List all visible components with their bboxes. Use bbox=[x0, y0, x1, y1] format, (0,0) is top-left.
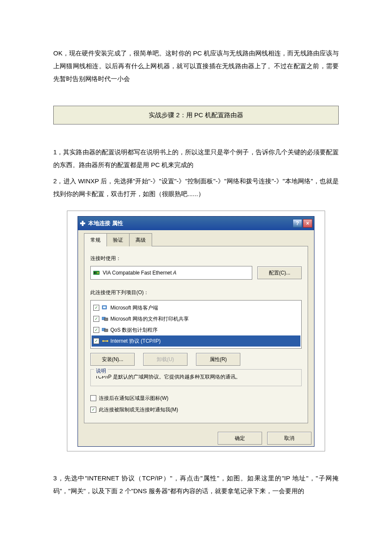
checkbox-icon[interactable]: ✓ bbox=[93, 316, 99, 322]
configure-button[interactable]: 配置(C)... bbox=[257, 266, 302, 279]
client-icon bbox=[102, 305, 109, 311]
tab-strip: 常规 验证 高级 bbox=[84, 233, 308, 246]
step-box: 实战步骤 2：用 PC 机配置路由器 bbox=[53, 106, 339, 124]
list-item[interactable]: ✓ QoS 数据包计划程序 bbox=[92, 324, 300, 335]
svg-rect-1 bbox=[80, 223, 85, 224]
properties-dialog: 本地连接 属性 ? × 常规 验证 高级 连接时使用： bbox=[78, 216, 314, 447]
checkbox-icon[interactable]: ✓ bbox=[93, 305, 99, 311]
paragraph-2: 2，进入 WINXP 后，先选择"开始"-》"设置"-》"控制面板"-》"网络和… bbox=[53, 175, 339, 200]
tab-auth[interactable]: 验证 bbox=[107, 233, 130, 246]
tab-general[interactable]: 常规 bbox=[84, 233, 107, 246]
uninstall-button: 卸载(U) bbox=[143, 353, 187, 366]
svg-rect-3 bbox=[94, 272, 95, 274]
item-label: QoS 数据包计划程序 bbox=[110, 325, 158, 335]
svg-rect-8 bbox=[104, 318, 108, 321]
dialog-screenshot-frame: 本地连接 属性 ? × 常规 验证 高级 连接时使用： bbox=[67, 211, 325, 451]
item-label: Microsoft 网络的文件和打印机共享 bbox=[110, 314, 189, 324]
checkbox-icon[interactable]: ✓ bbox=[90, 407, 96, 413]
items-listbox[interactable]: ✓ Microsoft 网络客户端 ✓ bbox=[90, 300, 302, 349]
qos-icon bbox=[102, 327, 109, 333]
description-text: TCP/IP 是默认的广域网协议。它提供跨越多种互联网络的通讯。 bbox=[95, 373, 297, 381]
paragraph-1: 1，其实路由器的配置说明都写在说明书上的，所以这里只是举个例子，告诉你几个关键的… bbox=[53, 146, 339, 171]
svg-rect-6 bbox=[103, 306, 106, 308]
notify-label: 此连接被限制或无连接时通知我(M) bbox=[99, 405, 178, 415]
connection-icon bbox=[80, 220, 86, 226]
close-button[interactable]: × bbox=[303, 219, 312, 228]
item-label: Microsoft 网络客户端 bbox=[110, 303, 158, 313]
general-panel: 连接时使用： VIA Compatable Fast Ethernet bbox=[84, 246, 308, 423]
tab-advanced[interactable]: 高级 bbox=[130, 233, 152, 246]
svg-rect-4 bbox=[98, 272, 98, 274]
adapter-name: VIA Compatable Fast Ethernet bbox=[103, 268, 172, 278]
dialog-title: 本地连接 属性 bbox=[88, 218, 123, 229]
description-legend: 说明 bbox=[94, 366, 108, 376]
item-label: Internet 协议 (TCP/IP) bbox=[110, 336, 161, 346]
show-icon-label: 连接后在通知区域显示图标(W) bbox=[99, 393, 168, 403]
install-button[interactable]: 安装(N)... bbox=[90, 353, 135, 366]
svg-point-12 bbox=[102, 340, 104, 342]
dialog-footer: 确定 取消 bbox=[78, 428, 314, 446]
protocol-icon bbox=[102, 338, 109, 344]
connect-using-label: 连接时使用： bbox=[90, 253, 302, 263]
items-label: 此连接使用下列项目(O)： bbox=[90, 287, 302, 298]
show-icon-row[interactable]: 连接后在通知区域显示图标(W) bbox=[90, 393, 302, 403]
description-group: 说明 TCP/IP 是默认的广域网协议。它提供跨越多种互联网络的通讯。 bbox=[90, 369, 302, 386]
list-item[interactable]: ✓ Microsoft 网络客户端 bbox=[92, 302, 300, 313]
svg-point-13 bbox=[107, 340, 108, 342]
list-item[interactable]: ✓ Microsoft 网络的文件和打印机共享 bbox=[92, 313, 300, 324]
checkbox-icon[interactable] bbox=[90, 395, 96, 401]
ok-button[interactable]: 确定 bbox=[218, 432, 262, 445]
adapter-field: VIA Compatable Fast Ethernet A bbox=[90, 266, 252, 280]
checkbox-icon[interactable]: ✓ bbox=[93, 327, 99, 333]
intro-paragraph: OK，现在硬件安装完成了，很简单吧。这时你的 PC 机应该与无线路由网线相连，而… bbox=[53, 47, 339, 85]
cancel-button[interactable]: 取消 bbox=[267, 432, 311, 445]
help-button[interactable]: ? bbox=[293, 219, 302, 228]
title-bar[interactable]: 本地连接 属性 ? × bbox=[78, 217, 314, 230]
checkbox-icon[interactable]: ✓ bbox=[93, 338, 99, 344]
paragraph-3: 3，先选中"INTERNET 协议（TCP/IP）"，再点击"属性"，如图。如果… bbox=[53, 472, 339, 497]
svg-rect-10 bbox=[104, 329, 108, 332]
properties-button[interactable]: 属性(R) bbox=[196, 353, 240, 366]
notify-row[interactable]: ✓ 此连接被限制或无连接时通知我(M) bbox=[90, 405, 302, 415]
adapter-suffix: A bbox=[173, 268, 176, 278]
nic-icon bbox=[93, 270, 100, 275]
list-item-selected[interactable]: ✓ Internet 协议 (TCP/IP) bbox=[92, 335, 300, 347]
service-icon bbox=[102, 316, 109, 322]
